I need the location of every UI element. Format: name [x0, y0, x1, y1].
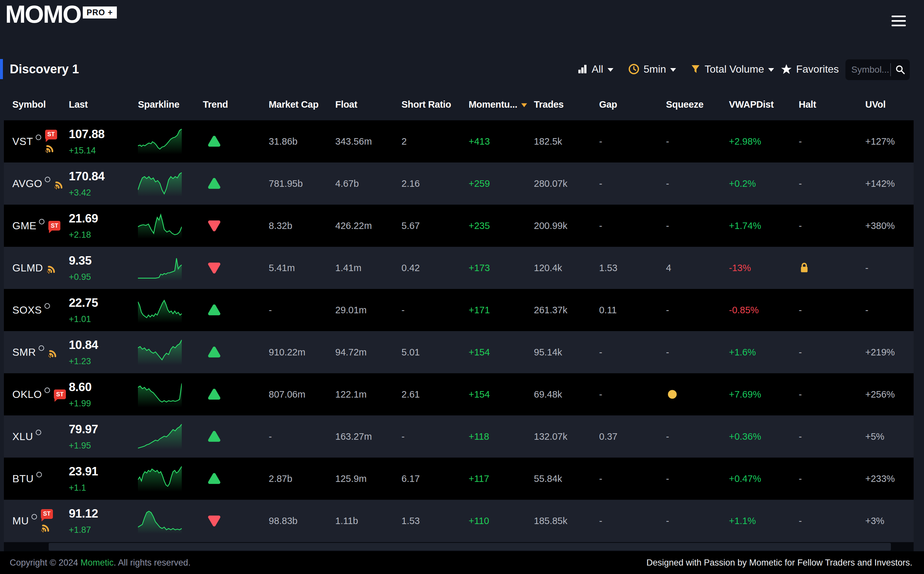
table-row[interactable]: MU ST N 91.12 +1.87 98.83b 1.11b 1.53 +1… [4, 500, 914, 542]
table-row[interactable]: AVGO N 170.84 +3.42 781.95b 4.67b 2.16 +… [4, 162, 914, 205]
halt-value: - [799, 431, 802, 442]
short-ratio-value: - [402, 431, 405, 442]
symbol-search-input[interactable] [845, 65, 890, 75]
halt-value: - [799, 389, 802, 400]
last-price: 21.69 [69, 212, 98, 226]
table-header-row: Symbol Last Sparkline Trend Market Cap F… [4, 96, 914, 113]
filter-timeframe-dropdown[interactable]: 5min [628, 58, 676, 80]
uvol-value: - [865, 263, 869, 273]
search-button[interactable] [891, 65, 910, 74]
table-row[interactable]: OKLO ST 8.60 +1.99 807.06m 122.1m 2.61 +… [4, 373, 914, 415]
float-value: 426.22m [335, 221, 372, 231]
column-header-halt[interactable]: Halt [799, 99, 816, 110]
gap-value: 0.11 [599, 305, 617, 315]
column-header-momentum[interactable]: Momentu... [469, 99, 527, 110]
column-header-trades[interactable]: Trades [534, 99, 564, 110]
filter-sort-label: Total Volume [705, 63, 764, 75]
column-header-squeeze[interactable]: Squeeze [666, 99, 704, 110]
gap-value: - [599, 178, 602, 189]
horizontal-scrollbar-track[interactable] [4, 542, 914, 551]
squeeze-value: - [666, 431, 669, 442]
halt-value: - [799, 473, 802, 484]
momentum-value: +413 [469, 136, 490, 147]
squeeze-value: - [666, 305, 669, 315]
table-row[interactable]: SOXS 22.75 +1.01 - 29.01m - +171 261.37k… [4, 289, 914, 331]
vwap-dist-value: +7.69% [729, 389, 761, 400]
table-row[interactable]: BTU 23.91 +1.1 2.87b 125.9m 6.17 +117 55… [4, 457, 914, 500]
trades-value: 182.5k [534, 136, 562, 147]
news-badge-icon: N [45, 141, 57, 153]
uvol-value: +256% [865, 389, 895, 400]
pro-plus-badge: PRO + [83, 6, 117, 19]
momentum-value: +235 [469, 221, 490, 231]
gap-value: 0.37 [599, 431, 617, 442]
squeeze-value: - [666, 473, 669, 484]
favorites-button[interactable]: Favorites [781, 58, 839, 80]
trades-value: 261.37k [534, 305, 567, 315]
halt-value: - [799, 347, 802, 358]
price-change: +1.01 [69, 314, 91, 324]
halt-value: - [799, 136, 802, 147]
column-header-market-cap[interactable]: Market Cap [269, 99, 318, 110]
column-header-uvol[interactable]: UVol [865, 99, 886, 110]
halt-lock-icon [800, 262, 809, 273]
symbol-label: MU [12, 515, 29, 527]
last-price: 10.84 [69, 338, 98, 352]
search-icon [896, 65, 905, 74]
filter-exchange-dropdown[interactable]: All [578, 58, 613, 80]
trades-value: 280.07k [534, 178, 567, 189]
gap-value: - [599, 389, 602, 400]
trend-arrow-icon [207, 430, 221, 443]
table-row[interactable]: GME ST 21.69 +2.18 8.32b 426.22m 5.67 +2… [4, 205, 914, 247]
sparkline-chart [138, 296, 182, 323]
price-change: +3.42 [69, 188, 91, 198]
ring-indicator-icon [45, 177, 50, 182]
column-header-sparkline[interactable]: Sparkline [138, 99, 179, 110]
momentum-value: +173 [469, 263, 490, 273]
column-header-gap[interactable]: Gap [599, 99, 617, 110]
price-change: +1.99 [69, 399, 91, 408]
column-header-short-ratio[interactable]: Short Ratio [402, 99, 451, 110]
float-value: 163.27m [335, 431, 372, 442]
svg-text:N: N [48, 270, 51, 274]
price-change: +1.23 [69, 356, 91, 366]
column-header-symbol[interactable]: Symbol [12, 99, 46, 110]
column-header-trend[interactable]: Trend [203, 99, 228, 110]
uvol-value: +142% [865, 178, 895, 189]
column-header-vwapdist[interactable]: VWAPDist [729, 99, 774, 110]
squeeze-value: 4 [666, 263, 671, 273]
stocktwits-badge-icon: ST [54, 390, 66, 399]
vwap-dist-value: -13% [729, 263, 751, 273]
table-row[interactable]: GLMD N 9.35 +0.95 5.41m 1.41m 0.42 +173 [4, 247, 914, 289]
trades-value: 69.48k [534, 389, 562, 400]
market-cap-value: 807.06m [269, 389, 305, 400]
table-row[interactable]: SMR N 10.84 +1.23 910.22m 94.72m 5.01 +1… [4, 331, 914, 373]
table-row[interactable]: XLU 79.97 +1.95 - 163.27m - +118 132.07k… [4, 415, 914, 457]
favorites-label: Favorites [796, 63, 839, 75]
market-cap-value: 5.41m [269, 263, 295, 273]
symbol-search-box [845, 59, 910, 80]
hamburger-menu-icon[interactable] [892, 16, 906, 26]
column-header-last[interactable]: Last [69, 99, 88, 110]
column-header-float[interactable]: Float [335, 99, 358, 110]
momo-pro-screen: MOMO PRO + Discovery 1 All 5min Total Vo… [0, 0, 924, 574]
price-change: +0.95 [69, 272, 91, 282]
svg-text:N: N [49, 354, 52, 358]
footer-brand-link[interactable]: Mometic [81, 558, 114, 568]
horizontal-scrollbar-thumb[interactable] [49, 543, 891, 550]
float-value: 29.01m [335, 305, 367, 315]
momentum-value: +154 [469, 347, 490, 358]
last-price: 23.91 [69, 465, 98, 478]
table-row[interactable]: VST ST N 107.88 +15.14 31.86b 343.56m 2 … [4, 120, 914, 162]
bar-chart-icon [578, 64, 587, 74]
badge-stack: ST [54, 390, 66, 399]
filter-sort-dropdown[interactable]: Total Volume [691, 58, 774, 80]
uvol-value: +380% [865, 221, 895, 231]
logo-text: MOMO [5, 2, 81, 27]
last-price: 9.35 [69, 254, 92, 268]
float-value: 1.41m [335, 263, 362, 273]
footer-tagline: Designed with Passion by Mometic for Fel… [647, 551, 912, 574]
badge-stack: ST N [41, 509, 53, 533]
float-value: 94.72m [335, 347, 367, 358]
page-title: Discovery 1 [10, 58, 79, 80]
